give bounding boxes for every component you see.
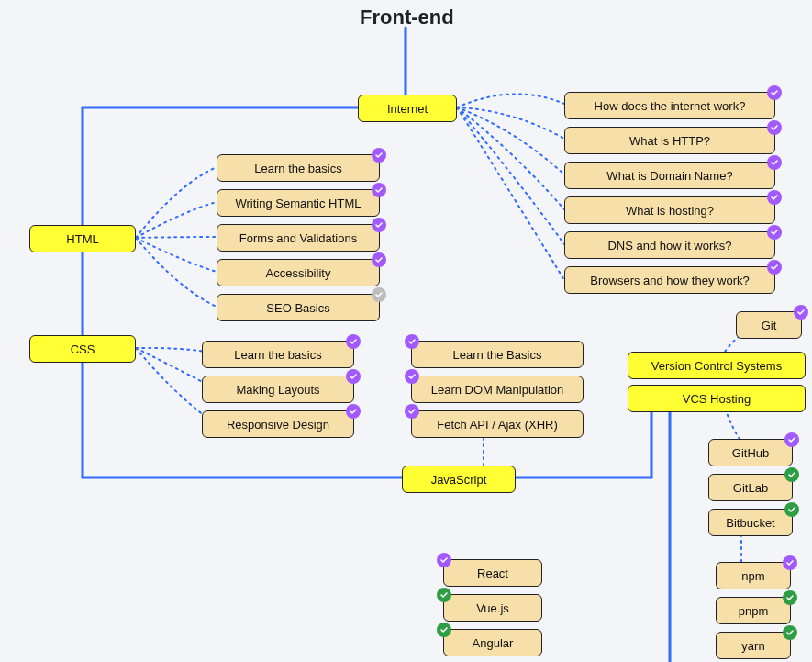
node-css-resp[interactable]: Responsive Design — [202, 410, 354, 438]
node-label: Browsers and how they work? — [574, 274, 765, 287]
status-badge-purple — [767, 260, 782, 275]
node-js-fetch[interactable]: Fetch API / Ajax (XHR) — [411, 410, 584, 438]
node-html-seo[interactable]: SEO Basics — [217, 294, 380, 321]
node-label: Vue.js — [453, 601, 532, 615]
status-badge-purple — [372, 148, 386, 163]
node-label: Responsive Design — [212, 418, 344, 432]
status-badge-purple — [767, 85, 782, 100]
node-inet-dns[interactable]: DNS and how it works? — [564, 231, 775, 259]
node-label: GitLab — [718, 481, 783, 495]
node-label: Version Control Systems — [638, 359, 795, 373]
status-badge-purple — [346, 334, 361, 349]
node-inet-dns-n[interactable]: What is Domain Name? — [564, 162, 775, 189]
node-label: Accessibility — [227, 266, 370, 280]
node-label: Forms and Validations — [227, 231, 370, 245]
status-badge-green — [437, 588, 451, 602]
status-badge-purple — [783, 555, 797, 570]
node-git[interactable]: Git — [736, 311, 802, 339]
node-html[interactable]: HTML — [29, 225, 136, 252]
status-badge-grey — [372, 287, 386, 302]
status-badge-green — [784, 467, 799, 482]
node-label: Learn DOM Manipulation — [421, 383, 573, 397]
node-html-forms[interactable]: Forms and Validations — [217, 224, 380, 252]
node-label: DNS and how it works? — [574, 239, 765, 252]
node-label: pnpm — [726, 604, 781, 618]
node-react[interactable]: React — [443, 559, 542, 587]
node-label: JavaScript — [412, 473, 506, 487]
node-inet-browser[interactable]: Browsers and how they work? — [564, 266, 775, 294]
node-label: npm — [726, 569, 781, 583]
node-label: SEO Basics — [227, 301, 370, 315]
status-badge-purple — [437, 553, 451, 567]
node-label: What is Domain Name? — [574, 169, 765, 183]
diagram-title: Front-end — [360, 6, 454, 29]
node-javascript[interactable]: JavaScript — [402, 466, 516, 493]
node-inet-http[interactable]: What is HTTP? — [564, 127, 775, 154]
node-html-a11y[interactable]: Accessibility — [217, 259, 380, 286]
status-badge-purple — [372, 252, 386, 267]
node-vcs[interactable]: Version Control Systems — [628, 352, 806, 379]
node-vue[interactable]: Vue.js — [443, 594, 542, 622]
node-label: GitHub — [718, 446, 783, 460]
node-label: Internet — [368, 102, 447, 116]
node-html-basics[interactable]: Learn the basics — [217, 154, 380, 182]
node-label: How does the internet work? — [574, 99, 765, 113]
node-label: Learn the basics — [212, 348, 344, 362]
node-inet-host[interactable]: What is hosting? — [564, 196, 775, 224]
node-label: What is hosting? — [574, 204, 765, 218]
status-badge-purple — [405, 404, 419, 419]
node-label: yarn — [726, 639, 781, 653]
status-badge-purple — [794, 305, 808, 320]
node-angular[interactable]: Angular — [443, 629, 542, 656]
status-badge-green — [783, 625, 797, 640]
status-badge-purple — [346, 404, 361, 419]
status-badge-green — [437, 623, 451, 637]
node-css-layout[interactable]: Making Layouts — [202, 376, 354, 403]
node-gitlab[interactable]: GitLab — [708, 474, 793, 501]
node-label: Angular — [453, 636, 532, 650]
node-label: What is HTTP? — [574, 134, 765, 148]
node-label: Learn the basics — [227, 162, 370, 175]
node-label: Making Layouts — [212, 383, 344, 397]
status-badge-purple — [372, 183, 386, 197]
node-internet[interactable]: Internet — [358, 95, 457, 122]
status-badge-purple — [784, 432, 799, 447]
roadmap-canvas: Front-end InternetHTMLCSSJavaScriptVersi… — [0, 0, 812, 662]
status-badge-purple — [767, 155, 782, 170]
node-html-sem[interactable]: Writing Semantic HTML — [217, 189, 380, 217]
status-badge-purple — [346, 369, 361, 384]
node-label: React — [453, 567, 532, 580]
status-badge-purple — [405, 334, 419, 349]
status-badge-purple — [405, 369, 419, 384]
node-label: VCS Hosting — [638, 392, 795, 406]
status-badge-green — [784, 502, 799, 517]
node-npm[interactable]: npm — [716, 562, 791, 589]
node-bitbucket[interactable]: Bitbucket — [708, 509, 793, 536]
node-css-basics[interactable]: Learn the basics — [202, 341, 354, 368]
status-badge-purple — [767, 190, 782, 205]
node-vcs-hosting[interactable]: VCS Hosting — [628, 385, 806, 412]
node-css[interactable]: CSS — [29, 335, 136, 363]
node-label: Git — [746, 319, 792, 332]
node-label: Bitbucket — [718, 516, 783, 530]
node-js-basics[interactable]: Learn the Basics — [411, 341, 584, 368]
node-label: Fetch API / Ajax (XHR) — [421, 418, 573, 432]
node-label: Learn the Basics — [421, 348, 573, 362]
node-inet-how[interactable]: How does the internet work? — [564, 92, 775, 119]
node-label: HTML — [39, 232, 126, 246]
status-badge-purple — [767, 120, 782, 135]
node-pnpm[interactable]: pnpm — [716, 597, 791, 624]
node-label: Writing Semantic HTML — [227, 196, 370, 210]
status-badge-purple — [372, 218, 386, 232]
node-yarn[interactable]: yarn — [716, 632, 791, 659]
node-label: CSS — [39, 342, 126, 356]
status-badge-purple — [767, 225, 782, 240]
node-js-dom[interactable]: Learn DOM Manipulation — [411, 376, 584, 403]
status-badge-green — [783, 590, 797, 605]
node-github[interactable]: GitHub — [708, 439, 793, 466]
